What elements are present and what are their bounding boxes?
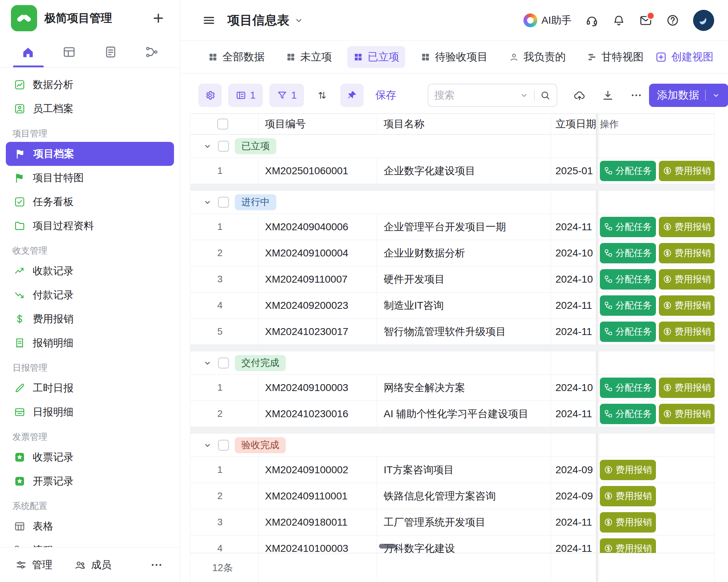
search-scope-chevron-icon[interactable] xyxy=(519,91,529,100)
sort-button[interactable] xyxy=(310,84,334,107)
assign-task-button[interactable]: 分配任务 xyxy=(600,217,656,237)
inbox-icon[interactable] xyxy=(639,14,652,27)
members-button[interactable]: 成员 xyxy=(74,558,111,572)
view-tab-甘特视图[interactable]: 甘特视图 xyxy=(581,46,649,68)
group-checkbox[interactable] xyxy=(218,440,229,451)
expense-claim-button[interactable]: 费用报销 xyxy=(659,161,715,181)
collapse-chevron-icon[interactable] xyxy=(203,198,212,207)
group-checkbox[interactable] xyxy=(218,197,229,208)
sidebar-item-流程[interactable]: 流程 xyxy=(0,538,180,547)
view-settings-button[interactable] xyxy=(198,84,222,107)
table-row[interactable]: 1XM202501060001企业数字化建设项目2025-01分配任务费用报销 xyxy=(190,158,715,184)
collapse-chevron-icon[interactable] xyxy=(203,358,212,368)
table-row[interactable]: 4XM202410100003万科数字化建设2024-11费用报销 xyxy=(190,535,715,553)
hamburger-icon[interactable] xyxy=(202,13,216,27)
horizontal-scrollbar-thumb[interactable] xyxy=(379,544,396,549)
sidebar-item-工时日报[interactable]: 工时日报 xyxy=(0,376,180,400)
sidebar-item-表格[interactable]: 表格 xyxy=(0,514,180,538)
sidebar-item-开票记录[interactable]: 开票记录 xyxy=(0,469,180,493)
export-icon[interactable] xyxy=(602,89,614,101)
table-row[interactable]: 1XM202409100003网络安全解决方案2024-10分配任务费用报销 xyxy=(190,375,715,401)
group-checkbox[interactable] xyxy=(218,358,229,368)
assign-task-button[interactable]: 分配任务 xyxy=(600,378,656,398)
expense-claim-button[interactable]: 费用报销 xyxy=(659,217,715,237)
expense-claim-button[interactable]: 费用报销 xyxy=(659,322,715,342)
expense-claim-button[interactable]: 费用报销 xyxy=(659,295,715,316)
table-row[interactable]: 1XM202409100002IT方案咨询项目2024-09费用报销 xyxy=(190,457,715,483)
sidebar-item-报销明细[interactable]: 报销明细 xyxy=(0,331,180,355)
toolbar-more-icon[interactable] xyxy=(630,89,642,101)
home-tab-icon[interactable] xyxy=(21,45,35,59)
sidebar-item-项目甘特图[interactable]: 项目甘特图 xyxy=(0,166,180,190)
documents-tab-icon[interactable] xyxy=(104,45,118,59)
create-view-button[interactable]: 创建视图 xyxy=(655,50,713,64)
row-actions: 分配任务费用报销 xyxy=(596,319,715,344)
sidebar-item-费用报销[interactable]: 费用报销 xyxy=(0,307,180,331)
collapse-chevron-icon[interactable] xyxy=(203,141,212,151)
assign-task-button[interactable]: 分配任务 xyxy=(600,322,656,342)
column-header-code[interactable]: 项目编号 xyxy=(258,114,377,134)
assign-task-button[interactable]: 分配任务 xyxy=(600,161,656,181)
sidebar-item-收票记录[interactable]: 收票记录 xyxy=(0,445,180,469)
search-input[interactable] xyxy=(434,89,519,101)
table-row[interactable]: 2XM202409100004企业业财数据分析2024-10分配任务费用报销 xyxy=(190,240,715,266)
flag-icon xyxy=(15,148,26,160)
view-tab-我负责的[interactable]: 我负责的 xyxy=(503,46,571,68)
sidebar-more-icon[interactable] xyxy=(150,558,163,571)
table-row[interactable]: 5XM202410230017智行物流管理软件升级项目2024-11分配任务费用… xyxy=(190,319,715,345)
pin-button[interactable] xyxy=(340,84,364,107)
table-row[interactable]: 2XM202409110001铁路信息化管理方案咨询2024-09费用报销 xyxy=(190,483,715,509)
workflow-tab-icon[interactable] xyxy=(145,45,159,59)
assign-task-button[interactable]: 分配任务 xyxy=(600,295,656,316)
sidebar-item-员工档案[interactable]: 员工档案 xyxy=(0,97,180,121)
help-icon[interactable] xyxy=(666,14,679,27)
column-header-name[interactable]: 项目名称 xyxy=(377,114,551,134)
expense-claim-button[interactable]: 费用报销 xyxy=(659,404,715,424)
view-tab-已立项[interactable]: 已立项 xyxy=(347,46,405,68)
manage-button[interactable]: 管理 xyxy=(15,558,52,572)
expense-claim-button[interactable]: 费用报销 xyxy=(600,460,656,480)
expense-claim-button[interactable]: 费用报销 xyxy=(659,269,715,290)
table-row[interactable]: 1XM202409040006企业管理平台开发项目一期2024-11分配任务费用… xyxy=(190,214,715,240)
table-row[interactable]: 3XM202409180011工厂管理系统开发项目2024-11费用报销 xyxy=(190,509,715,535)
table-row[interactable]: 2XM202410230016AI 辅助个性化学习平台建设项目2024-11分配… xyxy=(190,401,715,427)
sidebar-item-项目过程资料[interactable]: 项目过程资料 xyxy=(0,214,180,238)
collapse-chevron-icon[interactable] xyxy=(203,441,212,450)
save-button[interactable]: 保存 xyxy=(375,88,396,103)
sidebar-item-数据分析[interactable]: 数据分析 xyxy=(0,73,180,97)
search-icon[interactable] xyxy=(540,90,551,101)
expense-claim-button[interactable]: 费用报销 xyxy=(659,378,715,398)
assign-task-button[interactable]: 分配任务 xyxy=(600,404,656,424)
filter-button[interactable]: 1 xyxy=(269,84,304,107)
select-all-checkbox[interactable] xyxy=(217,119,228,129)
title-chevron-icon[interactable] xyxy=(294,15,304,25)
assign-task-button[interactable]: 分配任务 xyxy=(600,243,656,263)
sidebar-item-日报明细[interactable]: 日报明细 xyxy=(0,400,180,424)
field-config-button[interactable]: 1 xyxy=(228,84,263,107)
view-tab-未立项[interactable]: 未立项 xyxy=(280,46,338,68)
sidebar-item-项目档案[interactable]: 项目档案 xyxy=(6,142,174,166)
add-data-button[interactable]: 添加数据 xyxy=(649,84,728,107)
add-app-icon[interactable] xyxy=(151,11,165,25)
table-row[interactable]: 3XM202409110007硬件开发项目2024-10分配任务费用报销 xyxy=(190,266,715,292)
import-icon[interactable] xyxy=(573,89,586,101)
notifications-icon[interactable] xyxy=(612,14,625,27)
tables-tab-icon[interactable] xyxy=(62,45,76,59)
expense-claim-button[interactable]: 费用报销 xyxy=(600,538,656,553)
handshake-icon xyxy=(14,8,34,28)
user-avatar[interactable] xyxy=(693,10,714,31)
expense-claim-button[interactable]: 费用报销 xyxy=(600,486,656,506)
sidebar-item-收款记录[interactable]: 收款记录 xyxy=(0,259,180,283)
expense-claim-button[interactable]: 费用报销 xyxy=(659,243,715,263)
view-tab-全部数据[interactable]: 全部数据 xyxy=(202,46,270,68)
expense-claim-button[interactable]: 费用报销 xyxy=(600,512,656,533)
ai-assistant-button[interactable]: AI助手 xyxy=(523,13,571,27)
column-header-date[interactable]: 立项日期 xyxy=(551,114,596,134)
assign-task-button[interactable]: 分配任务 xyxy=(600,269,656,290)
view-tab-待验收项目[interactable]: 待验收项目 xyxy=(415,46,494,68)
sidebar-item-任务看板[interactable]: 任务看板 xyxy=(0,190,180,214)
table-row[interactable]: 4XM202409200023制造业IT咨询2024-11分配任务费用报销 xyxy=(190,292,715,319)
sidebar-item-付款记录[interactable]: 付款记录 xyxy=(0,283,180,307)
group-checkbox[interactable] xyxy=(218,141,229,152)
support-icon[interactable] xyxy=(585,14,598,27)
